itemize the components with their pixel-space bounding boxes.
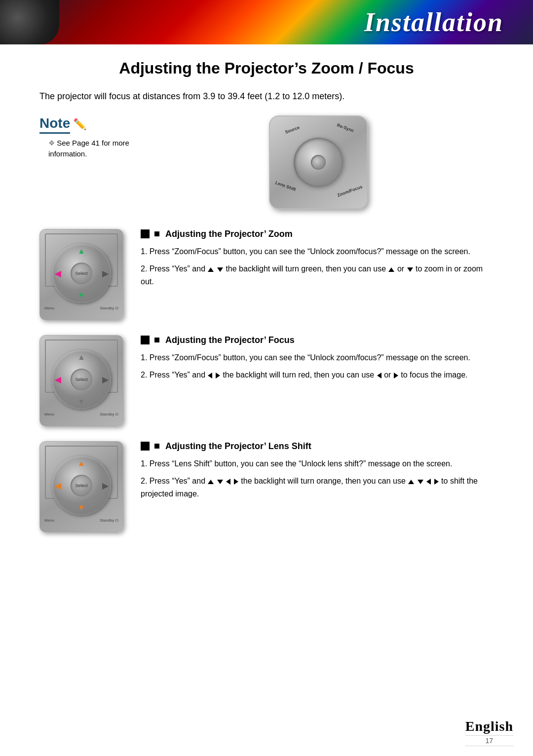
nav-right-zoom: ▶ bbox=[102, 268, 108, 278]
section-zoom-header: Adjusting the Projector’ Zoom bbox=[141, 229, 494, 239]
nav-down-zoom: ▼ bbox=[77, 291, 85, 300]
section-focus-text: Adjusting the Projector’ Focus 1. Press … bbox=[141, 335, 494, 386]
black-square-zoom bbox=[141, 229, 150, 238]
arrow-down-lensshift2 bbox=[418, 480, 423, 484]
black-square-focus bbox=[141, 336, 150, 344]
small-black-square-focus bbox=[154, 338, 159, 342]
nav-up-zoom: ▲ bbox=[77, 247, 85, 256]
nav-left-focus: ◀ bbox=[55, 375, 61, 384]
zoom-step2: 2. Press “Yes” and the backlight will tu… bbox=[141, 263, 494, 288]
page-title: Adjusting the Projector’s Zoom / Focus bbox=[39, 59, 494, 77]
nav-dial-zoom: Select ▲ ▼ ◀ ▶ bbox=[52, 244, 111, 303]
nav-ring-lensshift: Select ▲ ▼ ◀ ▶ bbox=[52, 456, 111, 515]
section-zoom: Select ▲ ▼ ◀ ▶ Menu Standby O Adju bbox=[39, 229, 494, 320]
dial-label-lensshift: Lens Shift bbox=[275, 180, 297, 192]
section-lensshift-text: Adjusting the Projector’ Lens Shift 1. P… bbox=[141, 441, 494, 505]
nav-down-focus: ▼ bbox=[77, 397, 85, 406]
zoom-step1: 1. Press “Zoom/Focus” button, you can se… bbox=[141, 245, 494, 258]
nav-select-focus: Select bbox=[71, 369, 92, 390]
remote-label-menu-focus: Menu bbox=[44, 412, 54, 416]
nav-up-focus: ▲ bbox=[77, 353, 85, 362]
dial-center bbox=[311, 155, 326, 170]
dial-label-resync: Re-Sync bbox=[336, 122, 354, 133]
nav-select-lensshift: Select bbox=[71, 475, 92, 496]
remote-control-zoom: Select ▲ ▼ ◀ ▶ Menu Standby O bbox=[39, 229, 123, 320]
arrow-up-zoom2 bbox=[388, 267, 394, 272]
arrow-up-lensshift2 bbox=[408, 480, 414, 484]
arrow-left-focus2 bbox=[377, 373, 381, 378]
nav-dial-lensshift: Select ▲ ▼ ◀ ▶ bbox=[52, 456, 111, 515]
note-label-area: Note ✏️ bbox=[39, 115, 138, 134]
small-black-square-zoom bbox=[154, 231, 159, 236]
intro-text: The projector will focus at distances fr… bbox=[39, 89, 494, 104]
nav-down-lensshift: ▼ bbox=[77, 503, 85, 512]
pencil-icon: ✏️ bbox=[73, 118, 86, 131]
arrow-right-focus bbox=[216, 373, 220, 378]
lensshift-step2: 2. Press “Yes” and the backlight will tu… bbox=[141, 475, 494, 500]
section-lensshift-title: Adjusting the Projector’ Lens Shift bbox=[165, 441, 311, 452]
dial-image: Source Re-Sync Lens Shift Zoom/Focus bbox=[269, 115, 378, 214]
remote-label-standby-focus: Standby O bbox=[100, 412, 118, 416]
lensshift-step1: 1. Press “Lens Shift” button, you can se… bbox=[141, 457, 494, 470]
main-content: Adjusting the Projector’s Zoom / Focus T… bbox=[0, 44, 533, 567]
section-lensshift: Select ▲ ▼ ◀ ▶ Menu Standby O Adju bbox=[39, 441, 494, 532]
dial-label-source: Source bbox=[284, 125, 300, 135]
remote-control-focus: Select ▲ ▼ ◀ ▶ Menu Standby O bbox=[39, 335, 123, 426]
header: Installation bbox=[0, 0, 533, 44]
footer: English 17 bbox=[465, 718, 513, 746]
arrow-left-lensshift2 bbox=[426, 479, 431, 485]
section-zoom-title: Adjusting the Projector’ Zoom bbox=[165, 229, 293, 239]
nav-left-lensshift: ◀ bbox=[55, 481, 61, 490]
top-section: Note ✏️ See Page 41 for more information… bbox=[39, 115, 494, 214]
dial-label-zoomfocus: Zoom/Focus bbox=[336, 184, 363, 198]
arrow-down-zoom2 bbox=[407, 267, 413, 272]
focus-step2: 2. Press “Yes” and the backlight will tu… bbox=[141, 369, 494, 381]
nav-ring-zoom: Select ▲ ▼ ◀ ▶ bbox=[52, 244, 111, 303]
remote-label-menu-lensshift: Menu bbox=[44, 518, 54, 523]
nav-up-lensshift: ▲ bbox=[77, 459, 85, 468]
note-content: See Page 41 for more information. bbox=[48, 138, 138, 160]
arrow-down-zoom bbox=[217, 267, 223, 272]
arrow-up-zoom bbox=[208, 267, 214, 272]
dial-outer: Source Re-Sync Lens Shift Zoom/Focus bbox=[269, 115, 368, 209]
nav-dial-focus: Select ▲ ▼ ◀ ▶ bbox=[52, 350, 111, 409]
remote-lensshift-image: Select ▲ ▼ ◀ ▶ Menu Standby O bbox=[39, 441, 126, 532]
nav-right-focus: ▶ bbox=[102, 375, 108, 384]
nav-right-lensshift: ▶ bbox=[102, 481, 108, 490]
nav-left-zoom: ◀ bbox=[55, 268, 61, 278]
footer-page-number: 17 bbox=[465, 735, 513, 746]
header-corner-decoration bbox=[0, 0, 59, 44]
remote-focus-image: Select ▲ ▼ ◀ ▶ Menu Standby O bbox=[39, 335, 126, 426]
header-background: Installation bbox=[0, 0, 533, 44]
arrow-right-focus2 bbox=[394, 373, 398, 378]
remote-label-standby-lensshift: Standby O bbox=[100, 518, 118, 523]
remote-bottom-labels-zoom: Menu Standby O bbox=[44, 306, 118, 310]
nav-ring-focus: Select ▲ ▼ ◀ ▶ bbox=[52, 350, 111, 409]
arrow-right-lensshift2 bbox=[434, 479, 439, 485]
remote-bottom-labels-lensshift: Menu Standby O bbox=[44, 518, 118, 523]
header-title: Installation bbox=[364, 7, 503, 38]
black-square-lensshift bbox=[141, 442, 150, 451]
remote-zoom-image: Select ▲ ▼ ◀ ▶ Menu Standby O bbox=[39, 229, 126, 320]
focus-step1: 1. Press “Zoom/Focus” button, you can se… bbox=[141, 351, 494, 364]
remote-label-standby: Standby O bbox=[100, 306, 118, 310]
arrow-down-lensshift bbox=[217, 480, 223, 484]
section-lensshift-header: Adjusting the Projector’ Lens Shift bbox=[141, 441, 494, 452]
footer-language: English bbox=[465, 718, 513, 734]
arrow-left-focus bbox=[208, 373, 212, 378]
note-box: Note ✏️ See Page 41 for more information… bbox=[39, 115, 138, 214]
note-label: Note bbox=[39, 115, 70, 134]
nav-select-zoom: Select bbox=[71, 263, 92, 284]
remote-label-menu: Menu bbox=[44, 306, 54, 310]
dial-inner bbox=[294, 138, 343, 187]
section-focus-title: Adjusting the Projector’ Focus bbox=[165, 335, 295, 345]
section-focus: Select ▲ ▼ ◀ ▶ Menu Standby O Adju bbox=[39, 335, 494, 426]
small-black-square-lensshift bbox=[154, 444, 159, 449]
arrow-left-lensshift bbox=[226, 479, 230, 485]
arrow-up-lensshift bbox=[208, 480, 214, 484]
section-focus-header: Adjusting the Projector’ Focus bbox=[141, 335, 494, 345]
remote-bottom-labels-focus: Menu Standby O bbox=[44, 412, 118, 416]
section-zoom-text: Adjusting the Projector’ Zoom 1. Press “… bbox=[141, 229, 494, 293]
remote-control-lensshift: Select ▲ ▼ ◀ ▶ Menu Standby O bbox=[39, 441, 123, 532]
dial-container: Source Re-Sync Lens Shift Zoom/Focus bbox=[153, 115, 494, 214]
